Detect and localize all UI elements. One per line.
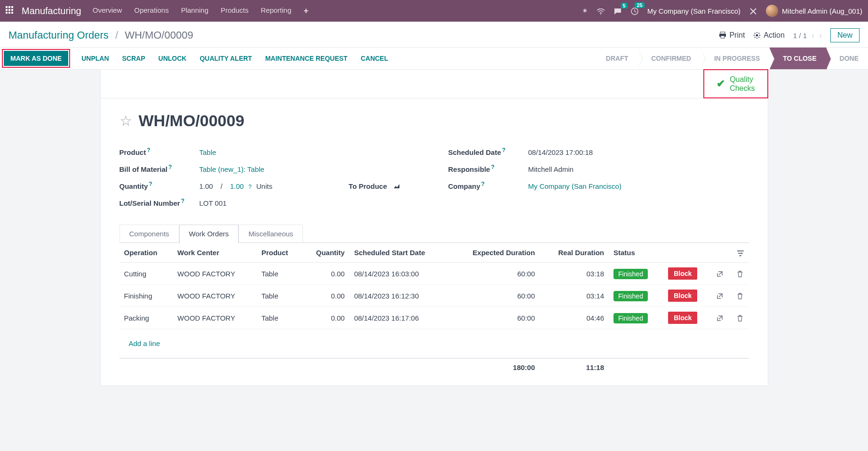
chat-badge: 5 — [621, 3, 628, 8]
external-link-icon[interactable] — [717, 269, 723, 277]
menu-reporting[interactable]: Reporting — [261, 6, 291, 16]
menu-add-icon[interactable]: + — [303, 6, 309, 16]
col-operation: Operation — [119, 243, 173, 263]
status-in-progress[interactable]: IN PROGRESS — [701, 48, 769, 69]
user-name: Mitchell Admin (Aug_001) — [782, 7, 862, 15]
wifi-icon[interactable] — [597, 7, 605, 15]
unlock-button[interactable]: UNLOCK — [157, 51, 189, 66]
pager-next-icon[interactable]: › — [819, 31, 822, 40]
action-button[interactable]: Action — [753, 31, 784, 40]
apps-grid-icon[interactable] — [6, 6, 15, 16]
svg-point-8 — [739, 255, 741, 257]
activity-badge: 25 — [635, 2, 644, 8]
cell-sched-start: 08/14/2023 16:12:30 — [350, 285, 450, 307]
cell-block: Block — [663, 263, 712, 285]
menu-planning[interactable]: Planning — [181, 6, 208, 16]
menu-operations[interactable]: Operations — [134, 6, 168, 16]
user-menu[interactable]: Mitchell Admin (Aug_001) — [766, 5, 862, 17]
trash-icon[interactable] — [737, 269, 743, 277]
chat-icon[interactable]: 5 — [613, 7, 622, 15]
cell-quantity: 0.00 — [302, 263, 350, 285]
col-real-dur: Real Duration — [540, 243, 609, 263]
block-button[interactable]: Block — [668, 290, 697, 302]
cell-trash — [732, 307, 749, 329]
cell-real-dur: 03:18 — [540, 263, 609, 285]
block-button[interactable]: Block — [668, 312, 697, 324]
tab-miscellaneous[interactable]: Miscellaneous — [239, 225, 303, 243]
label-lot-serial: Lot/Serial Number? — [119, 198, 199, 207]
svg-point-0 — [600, 14, 601, 15]
quality-checks-button[interactable]: ✔ Quality Checks — [703, 69, 768, 98]
table-row[interactable]: Packing WOOD FACTORY Table 0.00 08/14/20… — [119, 307, 749, 329]
value-bom[interactable]: Table (new_1): Table — [199, 165, 264, 173]
table-row[interactable]: Finishing WOOD FACTORY Table 0.00 08/14/… — [119, 285, 749, 307]
bug-icon[interactable]: ✶ — [582, 7, 588, 15]
quality-alert-button[interactable]: QUALITY ALERT — [198, 51, 254, 66]
maintenance-request-button[interactable]: MAINTENANCE REQUEST — [263, 51, 350, 66]
cell-quantity: 0.00 — [302, 285, 350, 307]
print-icon — [719, 32, 726, 39]
value-lot-serial[interactable]: LOT 001 — [199, 199, 227, 207]
cell-status: Finished — [609, 263, 663, 285]
cell-trash — [732, 285, 749, 307]
status-to-close[interactable]: TO CLOSE — [769, 48, 826, 69]
total-exp-dur: 180:00 — [450, 358, 540, 376]
breadcrumb-root[interactable]: Manufacturing Orders — [8, 29, 109, 41]
cell-operation: Finishing — [119, 285, 173, 307]
tab-bar: Components Work Orders Miscellaneous — [119, 224, 749, 243]
avatar — [766, 5, 778, 17]
favorite-star-icon[interactable]: ☆ — [119, 113, 132, 129]
status-confirmed[interactable]: CONFIRMED — [637, 48, 701, 69]
add-line-link[interactable]: Add a line — [124, 334, 744, 353]
value-responsible[interactable]: Mitchell Admin — [528, 165, 574, 173]
status-done[interactable]: DONE — [826, 48, 868, 69]
col-work-center: Work Center — [173, 243, 257, 263]
label-scheduled-date: Scheduled Date? — [448, 147, 528, 156]
menu-products[interactable]: Products — [221, 6, 248, 16]
pager-prev-icon[interactable]: ‹ — [812, 31, 814, 40]
cell-product: Table — [257, 263, 302, 285]
company-selector[interactable]: My Company (San Francisco) — [647, 7, 741, 15]
scrap-button[interactable]: SCRAP — [120, 51, 147, 66]
trash-icon[interactable] — [737, 291, 743, 299]
tab-components[interactable]: Components — [119, 225, 179, 243]
pager: 1 / 1 ‹ › — [793, 31, 822, 40]
value-quantity: 1.00 / 1.00 ? Units — [199, 182, 272, 190]
col-status: Status — [609, 243, 663, 263]
cell-exp-dur: 60:00 — [450, 263, 540, 285]
value-product[interactable]: Table — [199, 148, 216, 156]
value-company[interactable]: My Company (San Francisco) — [528, 182, 621, 190]
cell-work-center: WOOD FACTORY — [173, 307, 257, 329]
value-scheduled-date[interactable]: 08/14/2023 17:00:18 — [528, 148, 593, 156]
brand-title[interactable]: Manufacturing — [22, 6, 81, 16]
chart-icon[interactable] — [393, 183, 401, 190]
action-bar: MARK AS DONE UNPLAN SCRAP UNLOCK QUALITY… — [0, 47, 868, 70]
cell-product: Table — [257, 285, 302, 307]
cancel-button[interactable]: CANCEL — [359, 51, 390, 66]
status-draft[interactable]: DRAFT — [593, 48, 637, 69]
label-product: Product? — [119, 147, 199, 156]
activity-icon[interactable]: 25 — [630, 6, 639, 15]
cell-product: Table — [257, 307, 302, 329]
cell-work-center: WOOD FACTORY — [173, 263, 257, 285]
external-link-icon[interactable] — [717, 314, 723, 322]
tab-work-orders[interactable]: Work Orders — [179, 225, 239, 243]
to-produce: To Produce — [349, 182, 420, 190]
col-settings[interactable] — [732, 243, 749, 263]
block-button[interactable]: Block — [668, 267, 697, 280]
cell-block: Block — [663, 307, 712, 329]
cell-extlink — [712, 263, 732, 285]
cell-quantity: 0.00 — [302, 307, 350, 329]
trash-icon[interactable] — [737, 314, 743, 322]
mark-as-done-button[interactable]: MARK AS DONE — [4, 51, 68, 66]
unplan-button[interactable]: UNPLAN — [80, 51, 111, 66]
menu-overview[interactable]: Overview — [93, 6, 122, 16]
print-button[interactable]: Print — [719, 31, 745, 40]
gear-icon — [753, 32, 761, 39]
external-link-icon[interactable] — [717, 291, 723, 299]
new-button[interactable]: New — [830, 28, 860, 42]
table-row[interactable]: Cutting WOOD FACTORY Table 0.00 08/14/20… — [119, 263, 749, 285]
label-company: Company? — [448, 181, 528, 190]
tools-icon[interactable] — [749, 6, 757, 15]
control-bar: Manufacturing Orders / WH/MO/00009 Print… — [0, 22, 868, 47]
